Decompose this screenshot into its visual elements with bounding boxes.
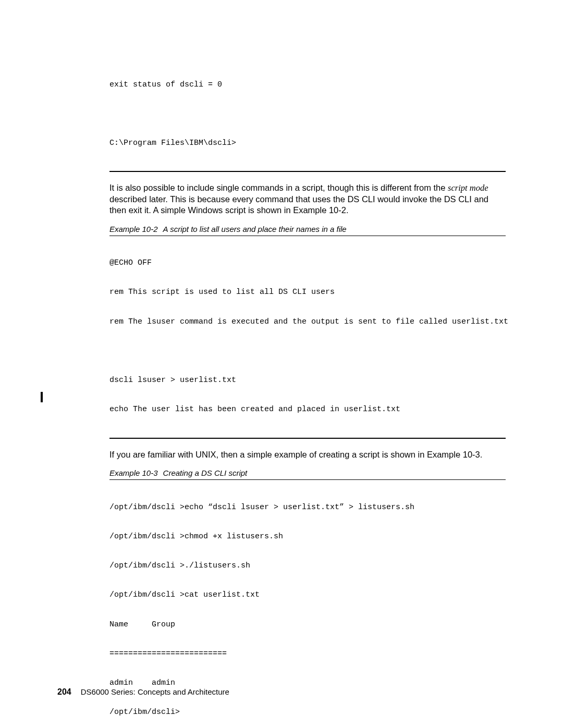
code-line: admin admin xyxy=(109,678,506,688)
rule xyxy=(109,171,506,172)
rule xyxy=(109,438,506,439)
code-line: /opt/ibm/dscli> xyxy=(109,708,506,718)
code-line: C:\Program Files\IBM\dscli> xyxy=(109,139,506,149)
code-line: rem This script is used to list all DS C… xyxy=(109,288,506,298)
code-line: /opt/ibm/dscli >chmod +x listusers.sh xyxy=(109,532,506,542)
page-number: 204 xyxy=(57,687,71,696)
code-line: exit status of dscli = 0 xyxy=(109,80,506,90)
paragraph: It is also possible to include single co… xyxy=(109,182,506,216)
example-title: Creating a DS CLI script xyxy=(163,468,248,477)
paragraph: If you are familiar with UNIX, then a si… xyxy=(109,449,506,460)
code-line: ========================= xyxy=(109,649,506,659)
example-number: Example 10-3 xyxy=(109,468,158,477)
code-line: echo The user list has been created and … xyxy=(109,405,506,415)
code-line: dscli lsuser > userlist.txt xyxy=(109,376,506,386)
example-number: Example 10-2 xyxy=(109,225,158,233)
code-line: @ECHO OFF xyxy=(109,258,506,268)
text-italic: script mode xyxy=(448,183,488,193)
footer-title: DS6000 Series: Concepts and Architecture xyxy=(81,687,229,696)
code-block-10-2: @ECHO OFF rem This script is used to lis… xyxy=(109,236,506,438)
code-line: /opt/ibm/dscli >echo “dscli lsuser > use… xyxy=(109,503,506,513)
example-caption-10-3: Example 10-3Creating a DS CLI script xyxy=(109,468,506,480)
footer: 204DS6000 Series: Concepts and Architect… xyxy=(57,687,229,697)
page: exit status of dscli = 0 C:\Program File… xyxy=(0,0,563,728)
code-line: rem The lsuser command is executed and t… xyxy=(109,317,506,327)
text: It is also possible to include single co… xyxy=(109,183,448,192)
example-title: A script to list all users and place the… xyxy=(163,225,347,233)
code-line: /opt/ibm/dscli >./listusers.sh xyxy=(109,561,506,571)
code-block-top: exit status of dscli = 0 C:\Program File… xyxy=(109,57,506,171)
text: described later. This is because every c… xyxy=(109,194,488,215)
code-line: Name Group xyxy=(109,620,506,630)
code-line: /opt/ibm/dscli >cat userlist.txt xyxy=(109,590,506,600)
revision-bar xyxy=(41,392,43,402)
example-caption-10-2: Example 10-2A script to list all users a… xyxy=(109,225,506,236)
